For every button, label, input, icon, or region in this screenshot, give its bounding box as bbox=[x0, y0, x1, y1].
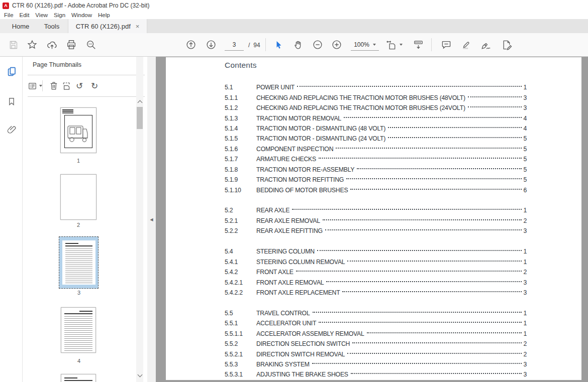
toc-section-number: 5.1.4 bbox=[225, 125, 256, 132]
resize-pages-button[interactable] bbox=[62, 79, 72, 92]
window-titlebar: A CTR 60 (X126).pdf - Adobe Acrobat Pro … bbox=[0, 0, 588, 11]
toc-section-number: 5.1.2 bbox=[225, 104, 256, 111]
thumbnail-page-5[interactable] bbox=[61, 374, 96, 382]
thumbnail-rule-line bbox=[64, 380, 92, 381]
thumbnail-options-button[interactable] bbox=[28, 79, 42, 92]
bookmarks-pane-button[interactable] bbox=[6, 95, 18, 107]
fit-page-icon bbox=[385, 39, 397, 51]
thumbnail-page-3-selected[interactable] bbox=[59, 236, 99, 289]
toc-dot-leader bbox=[296, 271, 522, 272]
print-button[interactable] bbox=[64, 33, 78, 56]
toc-entry-title: CHECKING AND REPLACING THE TRACTION MOTO… bbox=[256, 94, 465, 101]
menu-item[interactable]: View bbox=[35, 12, 52, 18]
toc-dot-leader bbox=[468, 106, 522, 107]
panel-scrollbar-thumb[interactable] bbox=[137, 107, 143, 129]
menu-item[interactable]: Help bbox=[98, 12, 115, 18]
toc-page-number: 1 bbox=[523, 207, 527, 214]
menu-item[interactable]: Sign bbox=[54, 12, 70, 18]
toc-section-number: 5.5.1.1 bbox=[225, 330, 256, 337]
collapse-panel-icon[interactable]: ◀ bbox=[150, 217, 153, 222]
fill-sign-button[interactable] bbox=[478, 33, 493, 56]
thumbnail-label[interactable]: 2 bbox=[60, 222, 96, 228]
next-page-button[interactable] bbox=[204, 33, 218, 56]
thumbnail-page-4[interactable] bbox=[61, 307, 96, 353]
toc-entry-title: REAR AXLE REMOVAL bbox=[256, 217, 320, 224]
toc-dot-leader bbox=[317, 250, 522, 251]
search-button[interactable] bbox=[84, 33, 98, 56]
page-display-dropdown[interactable] bbox=[384, 33, 404, 56]
plus-circle-icon bbox=[331, 39, 342, 50]
thumbnail-label[interactable]: 4 bbox=[61, 358, 97, 364]
toc-dot-leader bbox=[346, 178, 522, 179]
nav-pane-strip bbox=[0, 57, 23, 382]
thumbnail-page-1[interactable] bbox=[60, 107, 96, 153]
edit-pdf-button[interactable] bbox=[500, 33, 514, 56]
page-total-value: 94 bbox=[253, 42, 260, 49]
toc-page-number: 4 bbox=[523, 115, 527, 122]
save-icon bbox=[8, 40, 19, 50]
select-tool-button[interactable] bbox=[271, 33, 285, 56]
toc-entry: 5.1.1 CHECKING AND REPLACING THE TRACTIO… bbox=[225, 92, 527, 102]
toc-section-number: 5.1.3 bbox=[225, 115, 256, 122]
delete-page-button[interactable] bbox=[49, 79, 59, 92]
select-cursor-icon bbox=[273, 40, 284, 50]
page-number-input[interactable]: 3 bbox=[225, 39, 244, 51]
toc-section-number: 5.5.1 bbox=[225, 320, 256, 327]
arrow-up-circle-icon bbox=[185, 39, 197, 50]
share-upload-button[interactable] bbox=[45, 33, 59, 56]
thumbnail-label[interactable]: 1 bbox=[60, 158, 96, 164]
rotate-cw-button[interactable]: ↻ bbox=[91, 79, 98, 92]
zoom-out-button[interactable] bbox=[311, 33, 325, 56]
toc-page-number: 1 bbox=[523, 320, 527, 327]
toc-entry: 5.1.10 BEDDING OF MOTOR BRUSHES 6 bbox=[225, 185, 527, 195]
page-thumbnails-pane-button[interactable] bbox=[6, 65, 18, 77]
toc-dot-leader bbox=[319, 158, 522, 159]
panel-title: Page Thumbnails bbox=[33, 61, 81, 68]
tab-home[interactable]: Home bbox=[5, 19, 36, 33]
toc-section-number: 5.1.10 bbox=[225, 187, 256, 194]
toc-entry-title: TRACTION MOTOR - DISMANTLING (24 VOLT) bbox=[256, 135, 385, 142]
toc-entry: 5.4.2.1 FRONT AXLE REMOVAL 3 bbox=[225, 277, 527, 287]
toc-dot-leader bbox=[344, 117, 522, 118]
previous-page-button[interactable] bbox=[184, 33, 198, 56]
tab-document-label: CTR 60 (X126).pdf bbox=[76, 23, 131, 30]
menu-item[interactable]: Window bbox=[71, 12, 96, 18]
rotate-ccw-button[interactable]: ↺ bbox=[76, 79, 83, 92]
toc-entry: 5.1.6 COMPONENT INSPECTION 5 bbox=[225, 144, 527, 154]
tab-close-icon[interactable]: × bbox=[136, 23, 140, 30]
toc-entry: 5.1.2 CHECKING AND REPLACING THE TRACTIO… bbox=[225, 103, 527, 113]
toc-entry-title: FRONT AXLE REPLACEMENT bbox=[256, 289, 340, 296]
minus-circle-icon bbox=[312, 39, 323, 50]
menu-item[interactable]: File bbox=[4, 12, 18, 18]
thumbnail-label[interactable]: 3 bbox=[61, 290, 97, 296]
tab-tools[interactable]: Tools bbox=[36, 19, 67, 33]
tab-document[interactable]: CTR 60 (X126).pdf × bbox=[68, 19, 147, 33]
toc-section-number: 5.2 bbox=[225, 207, 256, 214]
toc-entry: 5.5.2.1 DIRECTION SWITCH REMOVAL 2 bbox=[225, 349, 527, 359]
panel-splitter[interactable]: ◀ bbox=[147, 57, 156, 382]
toc-section-number: 5.4.2.1 bbox=[225, 279, 256, 286]
toc-section-number: 5.4.1 bbox=[225, 259, 256, 266]
toc-entry-title: ARMATURE CHECKS bbox=[256, 156, 316, 163]
attachments-pane-button[interactable] bbox=[6, 123, 18, 136]
toc-dot-leader bbox=[342, 291, 522, 292]
pages-icon bbox=[6, 66, 18, 77]
main-toolbar: 3 / 94 100% bbox=[0, 33, 588, 57]
highlight-button[interactable] bbox=[459, 33, 473, 56]
save-button[interactable] bbox=[6, 33, 20, 56]
toc-page-number: 5 bbox=[523, 156, 527, 163]
zoom-level-dropdown[interactable]: 100% bbox=[351, 39, 379, 51]
comment-button[interactable] bbox=[439, 33, 453, 56]
toc-page-number: 3 bbox=[523, 227, 527, 234]
reading-mode-button[interactable] bbox=[411, 33, 425, 56]
thumbnail-page-2[interactable] bbox=[60, 174, 96, 220]
document-view[interactable]: Contents 5.1 POWER UNIT 1 5.1.1 CHECKING… bbox=[156, 57, 588, 382]
toc-entry: 5.1.8 TRACTION MOTOR RE-ASSEMBLY 5 bbox=[225, 165, 527, 175]
toc-entry-title: ADJUSTING THE BRAKE SHOES bbox=[256, 371, 348, 378]
panel-scrollbar-track[interactable] bbox=[136, 57, 143, 382]
toc-entry: 5.2 REAR AXLE 1 bbox=[225, 205, 527, 215]
menu-item[interactable]: Edit bbox=[20, 12, 34, 18]
hand-tool-button[interactable] bbox=[291, 33, 305, 56]
zoom-in-button[interactable] bbox=[330, 33, 344, 56]
star-favorites-button[interactable] bbox=[25, 33, 39, 56]
